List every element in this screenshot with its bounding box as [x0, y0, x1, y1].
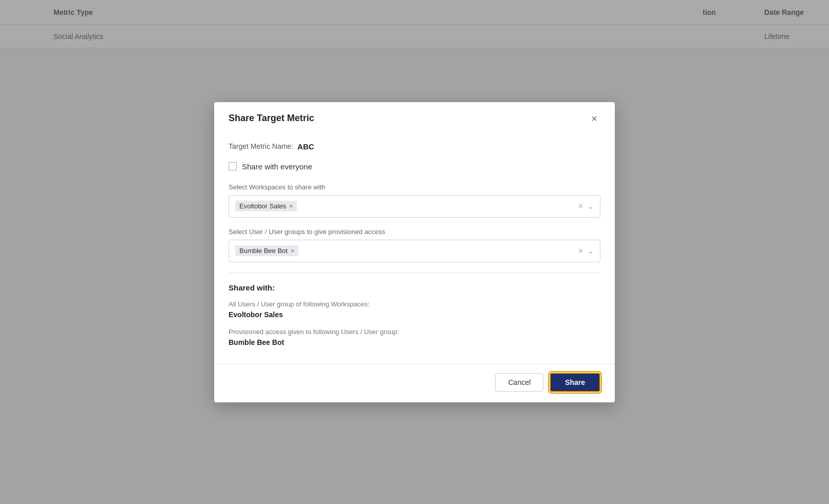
user-tag: Bumble Bee Bot ×: [235, 245, 298, 256]
workspace-tag-remove[interactable]: ×: [289, 203, 293, 209]
share-everyone-checkbox[interactable]: [229, 162, 237, 170]
user-clear-icon[interactable]: ×: [578, 246, 583, 256]
workspaces-sub-label: All Users / User group of following Work…: [229, 300, 600, 308]
share-everyone-row: Share with everyone: [229, 162, 600, 171]
modal-title: Share Target Metric: [229, 113, 314, 124]
close-button[interactable]: ×: [588, 112, 600, 125]
modal-header: Share Target Metric ×: [214, 102, 615, 134]
user-tags-area: Bumble Bee Bot ×: [235, 245, 578, 256]
workspace-controls: × ⌄: [578, 201, 594, 211]
provisioned-sub-label: Provisioned access given to following Us…: [229, 328, 600, 336]
workspace-tags-area: Evoltobor Sales ×: [235, 201, 578, 211]
shared-with-title: Shared with:: [229, 283, 600, 292]
share-target-metric-modal: Share Target Metric × Target Metric Name…: [214, 102, 615, 402]
divider: [229, 273, 600, 273]
metric-name-label: Target Metric Name:: [229, 142, 293, 150]
provisioned-shared-value: Bumble Bee Bot: [229, 338, 600, 346]
user-selector[interactable]: Bumble Bee Bot × × ⌄: [229, 240, 600, 262]
modal-footer: Cancel Share: [214, 364, 615, 402]
share-everyone-label: Share with everyone: [242, 162, 312, 171]
workspace-clear-icon[interactable]: ×: [578, 202, 583, 211]
workspace-selector[interactable]: Evoltobor Sales × × ⌄: [229, 195, 600, 218]
user-chevron-icon[interactable]: ⌄: [587, 246, 594, 256]
shared-with-section: Shared with: All Users / User group of f…: [229, 283, 600, 364]
share-button[interactable]: Share: [550, 373, 600, 392]
user-tag-remove[interactable]: ×: [291, 248, 294, 254]
workspace-section-label: Select Workspaces to share with: [229, 183, 600, 191]
workspace-chevron-icon[interactable]: ⌄: [587, 201, 594, 211]
workspaces-shared-value: Evoltobor Sales: [229, 311, 600, 319]
metric-name-row: Target Metric Name: ABC: [229, 142, 600, 151]
user-controls: × ⌄: [578, 246, 594, 256]
cancel-button[interactable]: Cancel: [495, 373, 543, 392]
workspace-tag-label: Evoltobor Sales: [239, 202, 286, 210]
modal-body: Target Metric Name: ABC Share with every…: [214, 134, 615, 364]
workspace-tag: Evoltobor Sales ×: [235, 201, 297, 211]
user-tag-label: Bumble Bee Bot: [239, 247, 288, 255]
metric-name-value: ABC: [297, 142, 314, 151]
user-section-label: Select User / User groups to give provis…: [229, 228, 600, 236]
